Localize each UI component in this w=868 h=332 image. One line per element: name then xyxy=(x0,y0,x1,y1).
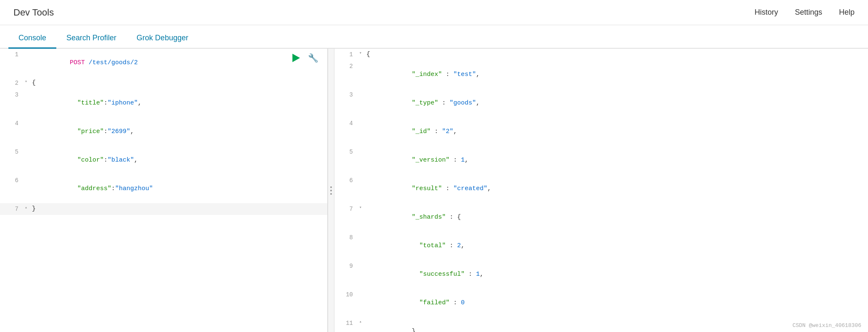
gutter-3 xyxy=(22,89,30,91)
editor-line-7: 7 ▴ } xyxy=(0,203,327,215)
out-gutter-2 xyxy=(356,60,365,62)
output-line-1: 1 ▾ { xyxy=(334,49,868,60)
output-line-3: 3 "_type" : "goods", xyxy=(334,89,868,118)
out-fold-7[interactable]: ▾ xyxy=(358,205,363,210)
editor-panel: 🔧 1 POST /test/goods/2 2 ▾ { xyxy=(0,49,328,332)
line-num-2: 2 xyxy=(0,77,22,89)
line-num-3: 3 xyxy=(0,89,22,101)
out-content-6: "result" : "created", xyxy=(365,175,868,203)
out-content-3: "_type" : "goods", xyxy=(365,89,868,118)
nav-help[interactable]: Help xyxy=(839,8,855,17)
output-line-6: 6 "result" : "created", xyxy=(334,175,868,203)
editor-line-6: 6 "address":"hangzhou" xyxy=(0,175,327,203)
line-content-7[interactable]: } xyxy=(30,203,327,215)
out-gutter-3 xyxy=(356,89,365,91)
out-line-num-10: 10 xyxy=(334,289,356,301)
out-line-num-3: 3 xyxy=(334,89,356,101)
out-content-10: "failed" : 0 xyxy=(365,289,868,317)
app-title: Dev Tools xyxy=(13,7,54,18)
line-content-2[interactable]: { xyxy=(30,77,327,89)
out-gutter-7: ▾ xyxy=(356,203,365,210)
gutter-2: ▾ xyxy=(22,77,30,84)
out-line-num-5: 5 xyxy=(334,146,356,158)
output-line-2: 2 "_index" : "test", xyxy=(334,60,868,89)
out-content-8: "total" : 2, xyxy=(365,232,868,260)
out-line-num-4: 4 xyxy=(334,118,356,129)
out-gutter-1: ▾ xyxy=(356,49,365,55)
editor-line-3: 3 "title":"iphone", xyxy=(0,89,327,118)
editor-line-1: 1 POST /test/goods/2 xyxy=(0,49,327,77)
out-gutter-6 xyxy=(356,175,365,176)
tab-search-profiler[interactable]: Search Profiler xyxy=(56,29,126,49)
wrench-icon: 🔧 xyxy=(308,53,318,63)
fold-arrow-2[interactable]: ▾ xyxy=(24,79,29,84)
line-content-4[interactable]: "price":"2699", xyxy=(30,118,327,146)
tabs-bar: Console Search Profiler Grok Debugger xyxy=(0,25,868,49)
nav-history[interactable]: History xyxy=(755,8,778,17)
out-content-5: "_version" : 1, xyxy=(365,146,868,175)
out-content-9: "successful" : 1, xyxy=(365,260,868,289)
gutter-7: ▴ xyxy=(22,203,30,210)
tab-grok-debugger[interactable]: Grok Debugger xyxy=(126,29,198,49)
out-line-num-8: 8 xyxy=(334,232,356,243)
settings-button[interactable]: 🔧 xyxy=(307,52,319,64)
out-line-num-9: 9 xyxy=(334,260,356,272)
gutter-1 xyxy=(22,49,30,50)
out-gutter-5 xyxy=(356,146,365,148)
tab-console[interactable]: Console xyxy=(8,29,56,49)
out-line-num-1: 1 xyxy=(334,49,356,60)
header-nav: History Settings Help xyxy=(755,8,855,17)
gutter-4 xyxy=(22,118,30,119)
out-line-num-7: 7 xyxy=(334,203,356,215)
watermark: CSDN @weixin_40618306 xyxy=(792,322,861,329)
output-line-7: 7 ▾ "_shards" : { xyxy=(334,203,868,232)
line-num-1: 1 xyxy=(0,49,22,60)
out-content-7: "_shards" : { xyxy=(365,203,868,232)
editor-line-2: 2 ▾ { xyxy=(0,77,327,89)
play-icon xyxy=(292,54,300,62)
out-gutter-10 xyxy=(356,289,365,290)
output-line-9: 9 "successful" : 1, xyxy=(334,260,868,289)
line-num-4: 4 xyxy=(0,118,22,129)
editor-line-5: 5 "color":"black", xyxy=(0,146,327,175)
line-content-5[interactable]: "color":"black", xyxy=(30,146,327,175)
editor-line-4: 4 "price":"2699", xyxy=(0,118,327,146)
line-content-3[interactable]: "title":"iphone", xyxy=(30,89,327,118)
editor-code-area[interactable]: 1 POST /test/goods/2 2 ▾ { 3 "title":"i xyxy=(0,49,327,332)
divider-dot-2 xyxy=(330,190,332,191)
gutter-6 xyxy=(22,175,30,176)
out-gutter-9 xyxy=(356,260,365,262)
out-content-2: "_index" : "test", xyxy=(365,60,868,89)
output-line-8: 8 "total" : 2, xyxy=(334,232,868,260)
out-fold-1[interactable]: ▾ xyxy=(358,50,363,55)
editor-toolbar: 🔧 xyxy=(290,52,319,64)
gutter-5 xyxy=(22,146,30,148)
run-button[interactable] xyxy=(290,52,302,64)
method-keyword: POST xyxy=(70,59,89,66)
main-content: 🔧 1 POST /test/goods/2 2 ▾ { xyxy=(0,49,868,332)
output-line-5: 5 "_version" : 1, xyxy=(334,146,868,175)
nav-settings[interactable]: Settings xyxy=(795,8,822,17)
output-code-area: 1 ▾ { 2 "_index" : "test", 3 "_type xyxy=(334,49,868,332)
out-line-num-2: 2 xyxy=(334,60,356,72)
panel-divider[interactable] xyxy=(328,49,334,332)
out-content-4: "_id" : "2", xyxy=(365,118,868,146)
out-line-num-11: 11 xyxy=(334,317,356,329)
line-content-1[interactable]: POST /test/goods/2 xyxy=(30,49,327,77)
fold-arrow-7[interactable]: ▴ xyxy=(24,205,29,210)
line-content-6[interactable]: "address":"hangzhou" xyxy=(30,175,327,203)
out-content-1: { xyxy=(365,49,868,60)
out-gutter-8 xyxy=(356,232,365,233)
output-panel: 1 ▾ { 2 "_index" : "test", 3 "_type xyxy=(334,49,868,332)
out-gutter-4 xyxy=(356,118,365,119)
output-line-11: 11 ▴ }, xyxy=(334,317,868,332)
out-line-num-6: 6 xyxy=(334,175,356,186)
out-fold-11[interactable]: ▴ xyxy=(358,319,363,324)
header: Dev Tools History Settings Help xyxy=(0,0,868,25)
output-line-4: 4 "_id" : "2", xyxy=(334,118,868,146)
line-num-5: 5 xyxy=(0,146,22,158)
line-num-6: 6 xyxy=(0,175,22,186)
line-num-7: 7 xyxy=(0,203,22,215)
out-gutter-11: ▴ xyxy=(356,317,365,324)
output-line-10: 10 "failed" : 0 xyxy=(334,289,868,317)
